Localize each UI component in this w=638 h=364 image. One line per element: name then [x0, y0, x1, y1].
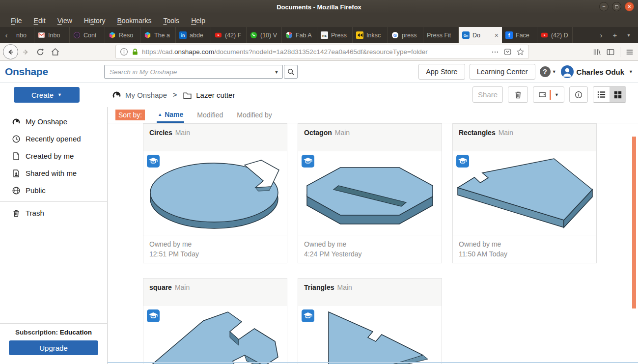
tab-the-a[interactable]: The a	[140, 27, 176, 43]
label-button[interactable]: ▼	[533, 86, 564, 103]
minimize-icon[interactable]: −	[599, 2, 609, 11]
tab-nbo[interactable]: nbo	[13, 27, 34, 43]
sort-option-modified[interactable]: Modified	[196, 107, 224, 123]
document-meta: Owned by me11:50 AM Today	[453, 235, 596, 263]
menu-history[interactable]: History	[78, 15, 111, 27]
scrollbar-highlight[interactable]	[632, 137, 636, 308]
sidebar-item-recently-opened[interactable]: Recently opened	[0, 130, 107, 147]
help-caret-icon: ▼	[552, 69, 556, 74]
delete-button[interactable]	[508, 86, 528, 103]
url-text[interactable]: https://cad.onshape.com/documents?nodeId…	[142, 48, 491, 56]
tab-scroll-left-icon[interactable]: ‹	[0, 27, 13, 43]
document-card-rectangles[interactable]: RectanglesMain Owned by me11:50 AM Today	[452, 123, 597, 263]
library-icon[interactable]	[592, 48, 601, 56]
pocket-icon[interactable]	[503, 48, 512, 56]
menu-edit[interactable]: Edit	[28, 15, 52, 27]
menu-bookmarks[interactable]: Bookmarks	[111, 15, 157, 27]
help-icon[interactable]: ?	[540, 66, 551, 77]
breadcrumb-separator: >	[173, 91, 177, 99]
menu-tools[interactable]: Tools	[157, 15, 185, 27]
sidebar-item-my-onshape[interactable]: My Onshape	[0, 113, 107, 130]
document-card-square[interactable]: squareMain	[143, 278, 287, 364]
app-store-button[interactable]: App Store	[418, 64, 465, 80]
sidebar-divider	[0, 201, 107, 202]
page-info-icon[interactable]	[120, 48, 128, 56]
forward-button[interactable]	[18, 45, 33, 59]
sort-option-modified-by[interactable]: Modified by	[236, 107, 273, 123]
document-card-header: TrianglesMain	[298, 279, 442, 306]
list-view-button[interactable]	[593, 87, 610, 102]
person-icon	[12, 117, 21, 126]
education-badge-icon	[302, 309, 314, 322]
menu-bar: FileEditViewHistoryBookmarksToolsHelp	[0, 14, 638, 27]
search-input[interactable]	[105, 68, 282, 76]
tab-press[interactable]: Gpress	[388, 27, 423, 43]
tab-inksc[interactable]: Inksc	[353, 27, 388, 43]
document-workspace: Main	[175, 129, 190, 137]
tab-inbo[interactable]: Inbo	[34, 27, 70, 43]
tab-press-fit[interactable]: Press Fit	[423, 27, 459, 43]
tab-42-d[interactable]: (42) D	[537, 27, 573, 43]
search-button[interactable]	[284, 65, 298, 79]
sidebar-item-shared-with-me[interactable]: Shared with me	[0, 165, 107, 182]
menu-file[interactable]: File	[5, 15, 28, 27]
new-tab-button[interactable]: +	[609, 31, 621, 39]
page-actions-icon[interactable]	[491, 48, 499, 56]
grid-view-button[interactable]	[610, 87, 626, 102]
hamburger-menu-icon[interactable]	[625, 48, 634, 56]
tab-press[interactable]: nsPress	[317, 27, 353, 43]
user-menu[interactable]: Charles Oduk ▼	[561, 65, 633, 78]
onshape-logo[interactable]: Onshape	[5, 66, 48, 78]
menu-view[interactable]: View	[52, 15, 78, 27]
home-button[interactable]	[48, 45, 62, 59]
sidebar-item-trash[interactable]: Trash	[0, 204, 107, 222]
tab-scroll-right-icon[interactable]: ›	[595, 31, 608, 39]
trash-icon	[12, 209, 21, 218]
tab-reso[interactable]: Reso	[105, 27, 140, 43]
url-bar[interactable]: https://cad.onshape.com/documents?nodeId…	[115, 45, 529, 59]
close-icon[interactable]: ×	[625, 2, 634, 11]
tab-abde[interactable]: inabde	[176, 27, 211, 43]
back-button[interactable]	[3, 44, 18, 59]
tab-cont[interactable]: Cont	[70, 27, 105, 43]
shape-preview	[146, 306, 284, 364]
tab-label: Press Fit	[427, 32, 451, 39]
document-card-circles[interactable]: CirclesMain Owned by me12:51 PM Today	[143, 123, 287, 263]
sidebar-toggle-icon[interactable]	[606, 48, 615, 56]
document-thumbnail	[298, 151, 442, 235]
tab-fab-a[interactable]: Fab A	[282, 27, 317, 43]
bookmark-star-icon[interactable]	[516, 48, 525, 56]
create-button[interactable]: Create▼	[14, 87, 80, 103]
search-input-box[interactable]: ▼	[104, 65, 283, 79]
tab-42-f[interactable]: (42) F	[211, 27, 247, 43]
document-name: Circles	[149, 129, 172, 137]
share-button[interactable]: Share	[472, 86, 503, 103]
tab-strip: ‹nboInboContResoThe ainabde(42) F(10) VF…	[0, 27, 638, 43]
sort-option-name[interactable]: ▲Name	[157, 107, 184, 123]
learning-center-button[interactable]: Learning Center	[470, 64, 535, 80]
tab-close-icon[interactable]: ×	[495, 31, 499, 39]
all-tabs-icon[interactable]: ▾	[622, 32, 635, 38]
menu-help[interactable]: Help	[185, 15, 211, 27]
document-card-triangles[interactable]: TrianglesMain	[298, 278, 442, 364]
sort-option-label: Name	[165, 111, 183, 118]
document-owner: Owned by me	[304, 239, 436, 249]
details-button[interactable]	[569, 86, 588, 103]
subscription-line: Subscription: Education	[0, 324, 107, 340]
sidebar-item-created-by-me[interactable]: Created by me	[0, 147, 107, 165]
user-name: Charles Oduk	[577, 68, 625, 76]
breadcrumb-root[interactable]: My Onshape	[125, 91, 167, 99]
tab-do[interactable]: OnDo×	[459, 27, 502, 43]
search-scope-caret-icon[interactable]: ▼	[274, 69, 279, 75]
tab-10-v[interactable]: (10) V	[247, 27, 282, 43]
reload-button[interactable]	[33, 45, 48, 59]
document-card-octagon[interactable]: OctagonMain Owned by me4:24 PM Yesterday	[298, 123, 442, 263]
help-menu[interactable]: ? ▼	[540, 66, 556, 77]
upgrade-button[interactable]: Upgrade	[9, 340, 98, 355]
maximize-icon[interactable]	[612, 2, 621, 11]
tab-face[interactable]: fFace	[502, 27, 537, 43]
svg-text:On: On	[464, 34, 469, 37]
sidebar-item-public[interactable]: Public	[0, 182, 107, 199]
https-lock-icon[interactable]	[131, 48, 139, 56]
tab-label: Reso	[119, 32, 133, 39]
